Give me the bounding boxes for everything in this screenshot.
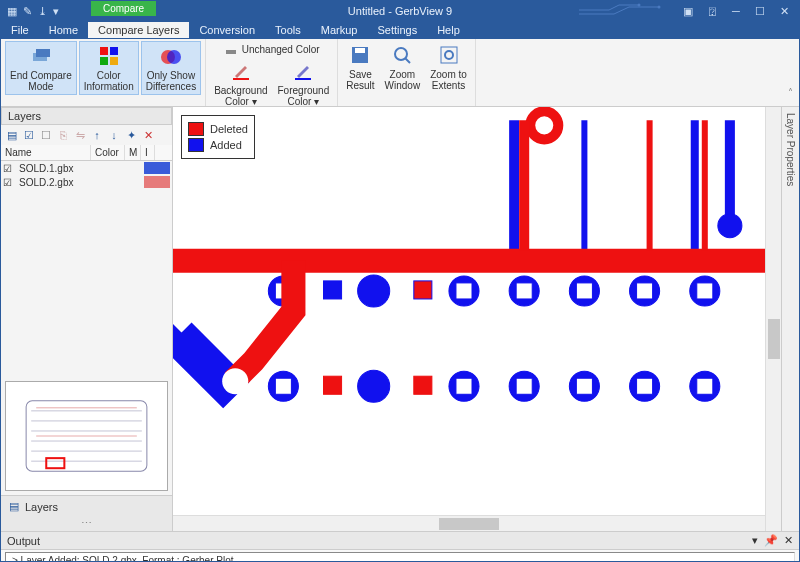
- layer-tool-up-icon[interactable]: ↑: [90, 128, 104, 142]
- layer-properties-tab[interactable]: Layer Properties: [785, 113, 796, 186]
- menu-compare-layers[interactable]: Compare Layers: [88, 22, 189, 38]
- help-icon[interactable]: ⍰: [701, 5, 723, 18]
- layers-grid-header: Name Color M I: [1, 145, 172, 161]
- qat-open-icon[interactable]: ✎: [23, 5, 32, 18]
- layers-panel: Layers ▤ ☑ ☐ ⎘ ⇋ ↑ ↓ ✦ ✕ Name Color M I …: [1, 107, 173, 531]
- layer-row[interactable]: ☑ SOLD.1.gbx: [1, 161, 172, 175]
- layer-tool-delete-icon[interactable]: ✕: [141, 128, 155, 142]
- svg-rect-6: [100, 57, 108, 65]
- svg-point-33: [358, 275, 390, 307]
- layer-checkbox[interactable]: ☑: [3, 177, 17, 188]
- save-result-button[interactable]: Save Result: [342, 41, 378, 93]
- output-panel: Output ▾ 📌 ✕ > Layer Added: SOLD.2.gbx, …: [1, 531, 799, 562]
- svg-point-0: [638, 4, 641, 7]
- unchanged-color-button[interactable]: Unchanged Color: [220, 41, 324, 57]
- svg-rect-4: [100, 47, 108, 55]
- brush-icon: [229, 59, 253, 83]
- foreground-color-button[interactable]: Foreground Color ▾: [274, 57, 334, 109]
- output-dropdown-icon[interactable]: ▾: [752, 534, 758, 547]
- svg-point-18: [445, 51, 453, 59]
- layer-tool-stack-icon[interactable]: ▤: [5, 128, 19, 142]
- menubar: File Home Compare Layers Conversion Tool…: [1, 21, 799, 39]
- svg-line-16: [405, 58, 410, 63]
- layer-tool-copy-icon[interactable]: ⎘: [56, 128, 70, 142]
- background-color-button[interactable]: Background Color ▾: [210, 57, 271, 109]
- svg-rect-57: [697, 378, 713, 394]
- canvas-scrollbar-vertical[interactable]: [765, 107, 781, 531]
- quick-access-toolbar: ▦ ✎ ⤓ ▾: [1, 5, 59, 18]
- decorative-traces: [579, 3, 679, 17]
- svg-point-1: [658, 6, 661, 9]
- layer-tool-uncheck-icon[interactable]: ☐: [39, 128, 53, 142]
- ribbon-collapse-icon[interactable]: ˄: [788, 87, 793, 98]
- layer-color-chip[interactable]: [144, 162, 170, 174]
- qat-save-icon[interactable]: ⤓: [38, 5, 47, 18]
- close-button[interactable]: ✕: [773, 5, 795, 18]
- svg-rect-34: [414, 281, 432, 299]
- canvas-scrollbar-horizontal[interactable]: [173, 515, 765, 531]
- panel-splitter-icon[interactable]: ⋯: [1, 517, 172, 531]
- qat-dropdown-icon[interactable]: ▾: [53, 5, 59, 18]
- layer-color-chip[interactable]: [144, 176, 170, 188]
- gerber-canvas[interactable]: Deleted Added: [173, 107, 765, 515]
- save-icon: [348, 43, 372, 67]
- layer-tool-flip-icon[interactable]: ⇋: [73, 128, 87, 142]
- window-title: Untitled - GerbView 9: [348, 5, 452, 17]
- svg-rect-12: [295, 78, 311, 80]
- menu-settings[interactable]: Settings: [367, 22, 427, 38]
- output-pin-icon[interactable]: 📌: [764, 534, 778, 547]
- layer-tool-settings-icon[interactable]: ✦: [124, 128, 138, 142]
- svg-rect-55: [637, 378, 653, 394]
- svg-point-47: [358, 370, 390, 402]
- end-compare-mode-button[interactable]: End Compare Mode: [5, 41, 77, 95]
- ribbon: End Compare Mode Color Information Only …: [1, 39, 799, 107]
- layer-checkbox[interactable]: ☑: [3, 163, 17, 174]
- menu-home[interactable]: Home: [39, 22, 88, 38]
- zoom-extents-icon: [437, 43, 461, 67]
- layers-icon: [29, 44, 53, 68]
- zoom-window-button[interactable]: Zoom Window: [381, 41, 425, 93]
- svg-rect-7: [110, 57, 118, 65]
- svg-rect-59: [414, 376, 432, 394]
- layer-tool-check-icon[interactable]: ☑: [22, 128, 36, 142]
- qat-new-icon[interactable]: ▦: [7, 5, 17, 18]
- layer-tool-down-icon[interactable]: ↓: [107, 128, 121, 142]
- svg-rect-38: [516, 283, 532, 299]
- menu-markup[interactable]: Markup: [311, 22, 368, 38]
- svg-rect-5: [110, 47, 118, 55]
- svg-rect-10: [226, 50, 236, 54]
- minimize-button[interactable]: ─: [725, 5, 747, 18]
- svg-point-60: [222, 368, 248, 394]
- menu-conversion[interactable]: Conversion: [189, 22, 265, 38]
- layers-panel-footer[interactable]: ▤ Layers: [1, 495, 172, 517]
- zoom-to-extents-button[interactable]: Zoom to Extents: [426, 41, 471, 93]
- layer-row[interactable]: ☑ SOLD.2.gbx: [1, 175, 172, 189]
- pcb-artwork: [173, 107, 765, 515]
- menu-help[interactable]: Help: [427, 22, 470, 38]
- swatches-icon: [97, 44, 121, 68]
- maximize-button[interactable]: ☐: [749, 5, 771, 18]
- menu-file[interactable]: File: [1, 22, 39, 38]
- svg-point-29: [718, 214, 742, 238]
- output-title: Output: [7, 535, 40, 547]
- paintbrush-icon: [224, 42, 238, 56]
- compare-legend: Deleted Added: [181, 115, 255, 159]
- overview-viewport-rect[interactable]: [46, 458, 64, 468]
- svg-rect-42: [637, 283, 653, 299]
- output-message-line: > Layer Added: SOLD.2.gbx, Format : Gerb…: [5, 552, 795, 562]
- menu-tools[interactable]: Tools: [265, 22, 311, 38]
- svg-rect-14: [355, 48, 365, 53]
- overview-thumbnail[interactable]: [5, 381, 168, 491]
- svg-rect-49: [456, 378, 472, 394]
- svg-rect-17: [441, 47, 457, 63]
- output-close-icon[interactable]: ✕: [784, 534, 793, 547]
- window-controls: ▣ ⍰ ─ ☐ ✕: [677, 5, 799, 18]
- svg-rect-51: [516, 378, 532, 394]
- svg-rect-40: [576, 283, 592, 299]
- ribbon-toggle-icon[interactable]: ▣: [677, 5, 699, 18]
- right-dock[interactable]: Layer Properties: [781, 107, 799, 531]
- color-information-button[interactable]: Color Information: [79, 41, 139, 95]
- layer-name: SOLD.1.gbx: [17, 163, 144, 174]
- svg-rect-58: [324, 376, 342, 394]
- only-show-differences-button[interactable]: Only Show Differences: [141, 41, 201, 95]
